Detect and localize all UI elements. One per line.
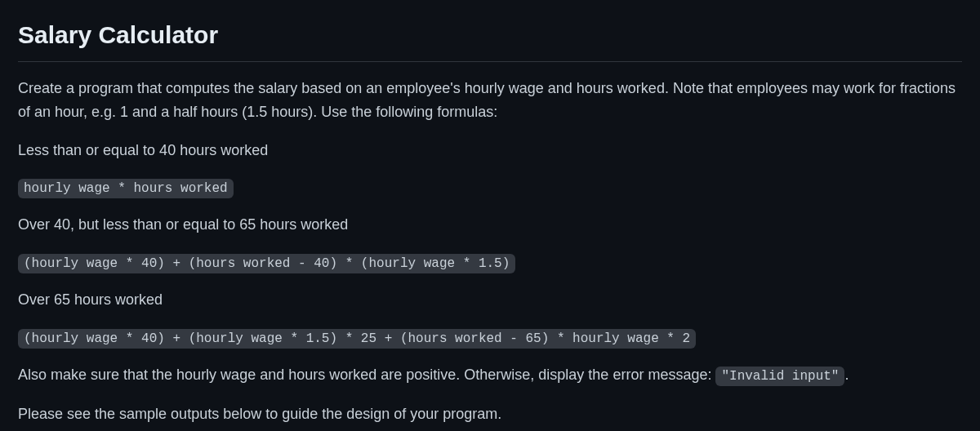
validation-text-before: Also make sure that the hourly wage and … (18, 367, 715, 383)
case2-label: Over 40, but less than or equal to 65 ho… (18, 213, 962, 237)
case1-formula-block: hourly wage * hours worked (18, 176, 962, 198)
validation-error-code: "Invalid input" (715, 367, 844, 386)
case3-label: Over 65 hours worked (18, 288, 962, 312)
closing-paragraph: Please see the sample outputs below to g… (18, 402, 962, 426)
case3-formula: (hourly wage * 40) + (hourly wage * 1.5)… (18, 329, 696, 349)
case1-label: Less than or equal to 40 hours worked (18, 139, 962, 162)
intro-paragraph: Create a program that computes the salar… (18, 77, 962, 124)
case2-formula-block: (hourly wage * 40) + (hours worked - 40)… (18, 251, 962, 273)
validation-text-after: . (844, 367, 849, 383)
validation-paragraph: Also make sure that the hourly wage and … (18, 363, 962, 388)
case1-formula: hourly wage * hours worked (18, 179, 234, 198)
case2-formula: (hourly wage * 40) + (hours worked - 40)… (18, 254, 515, 273)
page-title: Salary Calculator (18, 16, 962, 62)
case3-formula-block: (hourly wage * 40) + (hourly wage * 1.5)… (18, 327, 962, 349)
